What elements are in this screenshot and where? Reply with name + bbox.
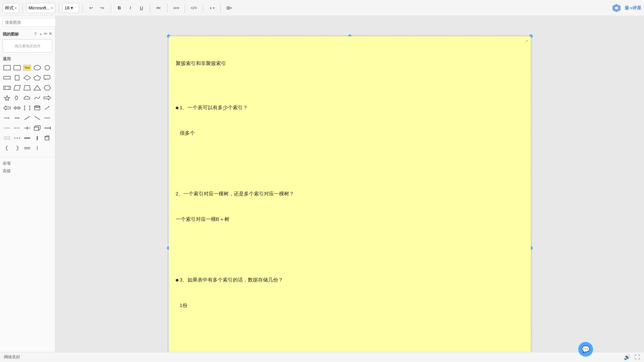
code-icon: </>	[191, 5, 197, 10]
sep5	[150, 3, 150, 13]
redo-button[interactable]: ↪	[97, 3, 107, 13]
shape-line-end[interactable]	[43, 124, 52, 132]
font-size-arrow-icon: ▾	[71, 5, 73, 10]
shape-arrow-right[interactable]	[43, 94, 52, 102]
shape-pentagon[interactable]	[33, 73, 42, 82]
svg-marker-21	[44, 96, 51, 100]
shape-s-curve[interactable]	[33, 94, 42, 102]
shape-box-3d[interactable]	[33, 124, 42, 132]
svg-marker-10	[34, 75, 41, 80]
bold-button[interactable]: B	[114, 3, 124, 13]
shape-cloud[interactable]	[23, 94, 32, 102]
shape-arrow-left[interactable]	[3, 104, 11, 112]
shape-wide-rect[interactable]	[3, 73, 11, 82]
question-icon[interactable]: ？	[33, 31, 38, 37]
shape-close-brace[interactable]	[13, 144, 21, 153]
shape-tall-rect[interactable]	[13, 73, 21, 82]
code-button[interactable]: </>	[189, 3, 200, 13]
shape-cylinder[interactable]	[33, 104, 42, 112]
shape-double-line[interactable]	[23, 144, 32, 153]
undo-button[interactable]: ↩	[86, 3, 96, 13]
shape-line-horizontal[interactable]	[43, 114, 52, 122]
my-icons-actions: ？ ＋ ✏ ✕	[33, 31, 52, 37]
shape-grid-row5	[3, 104, 52, 112]
drop-zone[interactable]: 拖元素拖至此外	[3, 39, 52, 53]
close-icon[interactable]: ✕	[49, 31, 52, 37]
shape-ellipse[interactable]	[33, 63, 42, 72]
shape-dotted1[interactable]	[3, 134, 11, 142]
fullscreen-icon[interactable]: ⛶	[635, 354, 640, 360]
sep7	[185, 3, 185, 13]
sep6	[167, 3, 167, 13]
shape-double-arrow[interactable]	[13, 104, 21, 112]
shape-vertical-line[interactable]	[33, 134, 42, 142]
shape-text[interactable]: Text	[23, 63, 32, 72]
shape-minus[interactable]	[23, 134, 32, 142]
shape-grid-row4	[3, 94, 52, 102]
font-size-group: 18 ▾	[62, 3, 79, 13]
search-input[interactable]	[3, 18, 58, 27]
table-button[interactable]: ⊞ ▾	[224, 3, 234, 13]
style-dropdown[interactable]: 样式 ▾	[3, 3, 19, 13]
shape-circle[interactable]	[43, 63, 52, 72]
shape-cube[interactable]	[43, 134, 52, 142]
shape-diamond[interactable]	[23, 73, 32, 82]
shape-dashed-line1[interactable]	[3, 124, 11, 132]
shape-arrow-diagonal[interactable]	[43, 104, 52, 112]
svg-rect-8	[15, 75, 19, 80]
shape-line-slash[interactable]	[23, 114, 32, 122]
shape-dotted2[interactable]	[13, 134, 21, 142]
font-size-input[interactable]: 18 ▾	[62, 3, 79, 13]
style-arrow-icon: ▾	[15, 6, 17, 10]
shape-bracket[interactable]	[23, 104, 32, 112]
shape-rectangle[interactable]	[3, 63, 11, 72]
edit-icon[interactable]: ✏	[44, 31, 48, 37]
my-icons-section: 我的图标 ？ ＋ ✏ ✕ 拖元素拖至此外	[0, 29, 55, 55]
volume-icon[interactable]: 🔊	[624, 354, 631, 360]
corner-icon: ⤢	[525, 39, 529, 43]
sep4	[111, 3, 111, 13]
svg-marker-51	[45, 136, 49, 137]
svg-marker-16	[14, 85, 20, 90]
shape-trapezoid[interactable]	[23, 83, 32, 92]
shape-parallelogram[interactable]	[13, 83, 21, 92]
misc-section: 杂项 高级	[0, 157, 55, 178]
shape-line-both-arrow[interactable]	[13, 114, 21, 122]
insert-button[interactable]: ＋ ▾	[206, 3, 217, 13]
answer1-text: 很多个	[176, 129, 524, 137]
shape-crescent[interactable]	[13, 94, 21, 102]
shape-line-backslash[interactable]	[33, 114, 42, 122]
note-box[interactable]: ⤢ 聚簇索引和非聚簇索引 1、一个表可以有多少个索引？ 很多个 2、一个索引对应…	[169, 36, 531, 352]
style-label: 样式	[5, 5, 14, 11]
sidebar-resize-handle[interactable]	[55, 16, 57, 352]
content-area: ⤢ 聚簇索引和非聚簇索引 1、一个表可以有多少个索引？ 很多个 2、一个索引对应…	[55, 16, 644, 352]
status-bar-left: 网络良好	[4, 354, 20, 360]
general-category-title: 通用	[3, 56, 52, 62]
code-group: </>	[189, 3, 200, 13]
advanced-item[interactable]: 高级	[3, 167, 52, 175]
shape-process[interactable]	[3, 83, 11, 92]
add-icon[interactable]: ＋	[39, 31, 43, 37]
svg-marker-20	[4, 96, 10, 101]
answer2-text: 一个索引对应一棵B＋树	[176, 215, 524, 224]
sep3	[83, 3, 83, 13]
shape-line-arrow[interactable]	[3, 114, 11, 122]
shape-line-cross[interactable]	[23, 124, 32, 132]
misc-item[interactable]: 杂项	[3, 160, 52, 167]
list-button[interactable]: ≔ ▾	[171, 3, 181, 13]
shape-triangle[interactable]	[33, 83, 42, 92]
canvas-area: ⤢ 聚簇索引和非聚簇索引 1、一个表可以有多少个索引？ 很多个 2、一个索引对应…	[55, 16, 644, 352]
table-group: ⊞ ▾	[224, 3, 234, 13]
shape-single-vert[interactable]	[33, 144, 42, 153]
italic-button[interactable]: I	[125, 3, 136, 13]
shape-callout[interactable]	[43, 73, 52, 82]
shape-star[interactable]	[3, 94, 11, 102]
shape-dashed-line2[interactable]	[13, 124, 21, 132]
align-button[interactable]: ≡ ▾	[154, 3, 164, 13]
chat-button[interactable]: 💬	[578, 342, 593, 357]
shape-hexagon[interactable]	[43, 83, 52, 92]
shape-rounded-rect[interactable]	[13, 63, 21, 72]
shape-open-brace[interactable]	[3, 144, 11, 153]
underline-button[interactable]: U	[137, 3, 147, 13]
font-dropdown[interactable]: Microsoft... ▾	[26, 3, 55, 13]
